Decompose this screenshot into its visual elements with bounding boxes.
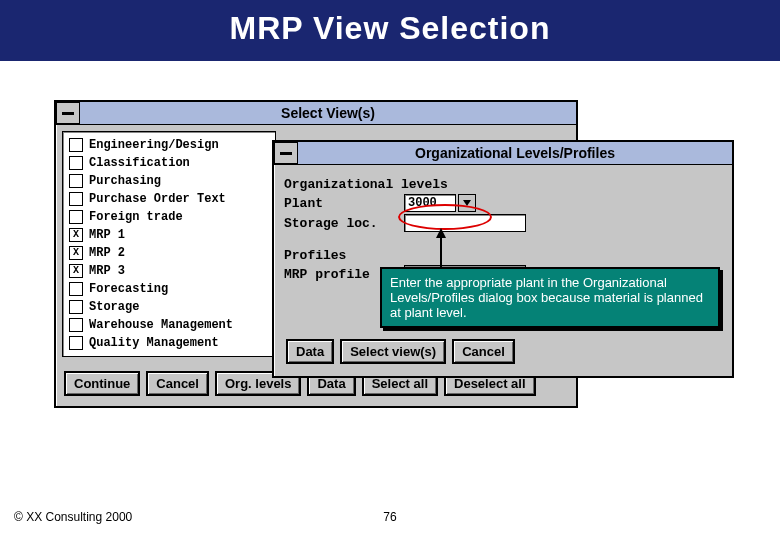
highlight-oval bbox=[398, 204, 492, 230]
view-label: MRP 2 bbox=[89, 244, 125, 262]
view-list-item[interactable]: Forecasting bbox=[69, 280, 269, 298]
plant-label: Plant bbox=[284, 196, 404, 211]
plant-field-row: Plant 3000 bbox=[284, 194, 722, 212]
view-label: Purchasing bbox=[89, 172, 161, 190]
view-checkbox[interactable] bbox=[69, 336, 83, 350]
storage-loc-label: Storage loc. bbox=[284, 216, 404, 231]
view-list-item[interactable]: Engineering/Design bbox=[69, 136, 269, 154]
select-views-titlebar: Select View(s) bbox=[56, 102, 576, 125]
view-label: Engineering/Design bbox=[89, 136, 219, 154]
view-list-item[interactable]: Purchasing bbox=[69, 172, 269, 190]
org-levels-window: Organizational Levels/Profiles Organizat… bbox=[272, 140, 734, 378]
view-label: MRP 3 bbox=[89, 262, 125, 280]
view-checkbox[interactable] bbox=[69, 300, 83, 314]
view-list-item[interactable]: MRP 1 bbox=[69, 226, 269, 244]
view-label: Foreign trade bbox=[89, 208, 183, 226]
data-button-org[interactable]: Data bbox=[286, 339, 334, 364]
org-levels-titlebar: Organizational Levels/Profiles bbox=[274, 142, 732, 165]
cancel-button[interactable]: Cancel bbox=[146, 371, 209, 396]
view-label: Storage bbox=[89, 298, 139, 316]
view-checkbox[interactable] bbox=[69, 156, 83, 170]
view-checkbox[interactable] bbox=[69, 138, 83, 152]
storage-field-row: Storage loc. bbox=[284, 214, 722, 232]
system-menu-icon[interactable] bbox=[274, 142, 298, 164]
system-menu-icon[interactable] bbox=[56, 102, 80, 124]
continue-button[interactable]: Continue bbox=[64, 371, 140, 396]
view-checkbox[interactable] bbox=[69, 318, 83, 332]
view-list-item[interactable]: Purchase Order Text bbox=[69, 190, 269, 208]
copyright-text: © XX Consulting 2000 bbox=[14, 510, 132, 524]
views-listbox[interactable]: Engineering/DesignClassificationPurchasi… bbox=[62, 131, 276, 357]
cancel-button-org[interactable]: Cancel bbox=[452, 339, 515, 364]
view-list-item[interactable]: Quality Management bbox=[69, 334, 269, 352]
org-levels-section-label: Organizational levels bbox=[284, 177, 722, 192]
view-label: MRP 1 bbox=[89, 226, 125, 244]
view-list-item[interactable]: Storage bbox=[69, 298, 269, 316]
page-number: 76 bbox=[383, 510, 396, 524]
view-list-item[interactable]: Classification bbox=[69, 154, 269, 172]
page-title: MRP View Selection bbox=[0, 0, 780, 61]
view-checkbox[interactable] bbox=[69, 228, 83, 242]
view-label: Purchase Order Text bbox=[89, 190, 226, 208]
view-checkbox[interactable] bbox=[69, 282, 83, 296]
view-list-item[interactable]: MRP 3 bbox=[69, 262, 269, 280]
view-list-item[interactable]: MRP 2 bbox=[69, 244, 269, 262]
view-label: Warehouse Management bbox=[89, 316, 233, 334]
view-label: Quality Management bbox=[89, 334, 219, 352]
profiles-section-label: Profiles bbox=[284, 248, 722, 263]
view-list-item[interactable]: Warehouse Management bbox=[69, 316, 269, 334]
arrow-line bbox=[440, 236, 442, 270]
instruction-callout: Enter the appropriate plant in the Organ… bbox=[380, 267, 720, 328]
org-levels-button-row: Data Select view(s) Cancel bbox=[284, 335, 722, 368]
view-label: Classification bbox=[89, 154, 190, 172]
view-label: Forecasting bbox=[89, 280, 168, 298]
view-checkbox[interactable] bbox=[69, 174, 83, 188]
view-checkbox[interactable] bbox=[69, 192, 83, 206]
view-checkbox[interactable] bbox=[69, 246, 83, 260]
org-levels-title: Organizational Levels/Profiles bbox=[298, 145, 732, 161]
select-views-button-org[interactable]: Select view(s) bbox=[340, 339, 446, 364]
select-views-title: Select View(s) bbox=[80, 105, 576, 121]
view-list-item[interactable]: Foreign trade bbox=[69, 208, 269, 226]
view-checkbox[interactable] bbox=[69, 264, 83, 278]
view-checkbox[interactable] bbox=[69, 210, 83, 224]
